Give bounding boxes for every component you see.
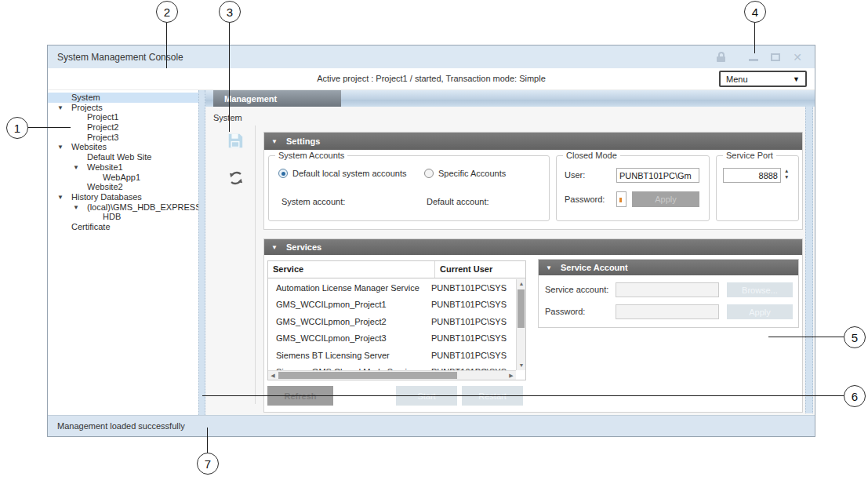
service-account-password-label: Password: xyxy=(545,307,585,316)
service-account-section: ▼ Service Account Service account: Brows… xyxy=(538,259,799,328)
tree-item-label: Certificate xyxy=(71,222,111,232)
callout-1: 1 xyxy=(6,117,28,139)
menu-dropdown[interactable]: Menu ▼ xyxy=(719,71,807,87)
scrollbar-thumb[interactable] xyxy=(278,372,457,379)
table-row[interactable]: Automation License Manager ServicePUNBT1… xyxy=(268,279,516,297)
tree-item-label: (local)\GMS_HDB_EXPRESS xyxy=(87,202,198,213)
tree-item-label: WebApp1 xyxy=(103,173,140,183)
tab-management[interactable]: Management xyxy=(213,90,341,107)
toolbar: Active project : Project1 / started, Tra… xyxy=(48,68,815,90)
settings-header-label: Settings xyxy=(286,136,320,146)
service-account-header-label: Service Account xyxy=(561,263,628,272)
close-button[interactable]: ✕ xyxy=(793,53,802,62)
apply-button[interactable]: Apply xyxy=(632,191,699,207)
callout-7: 7 xyxy=(197,453,219,475)
scrollbar-thumb[interactable] xyxy=(518,289,525,328)
tree-item[interactable]: Project3 xyxy=(48,133,198,143)
scroll-left-icon[interactable]: ◀ xyxy=(268,371,278,380)
tree-item[interactable]: Certificate xyxy=(48,222,198,232)
lock-icon xyxy=(717,52,725,62)
tree-splitter[interactable] xyxy=(198,90,205,415)
table-row[interactable]: GMS_WCCILpmon_Project3PUNBT101PC\SYS xyxy=(268,330,516,348)
callout-line-6 xyxy=(202,395,844,396)
tree-item[interactable]: Project1 xyxy=(48,112,198,122)
table-row[interactable]: Siemens BT Licensing ServerPUNBT101PC\SY… xyxy=(268,347,516,364)
spinner-up-icon[interactable]: ▲ xyxy=(784,168,789,173)
radio-label: Specific Accounts xyxy=(438,169,506,178)
service-account-input[interactable] xyxy=(616,282,719,297)
navigation-tree[interactable]: System▼ProjectsProject1Project2Project3▼… xyxy=(48,90,198,415)
tree-item[interactable]: System xyxy=(48,93,198,103)
user-label: User: xyxy=(565,170,585,180)
tree-item[interactable]: Website2 xyxy=(48,182,198,192)
tree-item-label: Default Web Site xyxy=(87,152,151,162)
tree-item[interactable]: ▼History Databases xyxy=(48,192,198,202)
current-user-cell: PUNBT101PC\SYS xyxy=(430,317,516,326)
tree-item-label: Website2 xyxy=(87,182,123,192)
service-port-spinner[interactable]: ▲ ▼ xyxy=(784,168,789,180)
groupbox-title: Service Port xyxy=(723,151,776,160)
callout-line-7 xyxy=(207,428,208,453)
collapse-icon[interactable]: ▼ xyxy=(546,264,552,271)
service-port-input[interactable] xyxy=(723,168,781,183)
service-account-password-input[interactable] xyxy=(616,304,719,319)
save-icon[interactable] xyxy=(227,132,244,149)
service-name-cell: Automation License Manager Service xyxy=(268,283,430,293)
content-area: System xyxy=(205,107,815,415)
tree-item-label: Project3 xyxy=(87,133,118,143)
radio-icon[interactable] xyxy=(424,169,434,178)
horizontal-scrollbar[interactable]: ◀ ▶ xyxy=(268,370,516,380)
collapse-icon[interactable]: ▼ xyxy=(271,138,278,145)
tree-item[interactable]: WebApp1 xyxy=(48,173,198,183)
minimize-button[interactable] xyxy=(749,59,758,61)
tree-item-label: Websites xyxy=(71,142,107,152)
scroll-down-icon[interactable]: ▼ xyxy=(517,361,526,370)
groupbox-title: System Accounts xyxy=(275,151,347,160)
service-account-label: Service account: xyxy=(545,285,608,294)
radio-specific-accounts[interactable]: Specific Accounts xyxy=(424,169,506,178)
menu-dropdown-label: Menu xyxy=(726,75,748,84)
services-header-label: Services xyxy=(286,242,321,252)
table-row[interactable]: GMS_WCCILpmon_Project1PUNBT101PC\SYS xyxy=(268,297,516,314)
radio-default-local-system-accounts[interactable]: Default local system accounts xyxy=(278,169,407,178)
table-row[interactable]: Siemens GMS Closed Mode ServicePUNBT101P… xyxy=(268,364,516,371)
tree-item[interactable]: HDB xyxy=(48,212,198,222)
password-input[interactable] xyxy=(616,191,626,207)
tree-item[interactable]: ▼(local)\GMS_HDB_EXPRESS xyxy=(48,202,198,213)
service-account-header[interactable]: ▼ Service Account xyxy=(539,260,798,275)
settings-section: ▼ Settings System Accounts Default local… xyxy=(263,132,803,230)
tree-item[interactable]: ▼Website1 xyxy=(48,162,198,173)
user-input[interactable] xyxy=(616,168,699,183)
tree-item-label: System xyxy=(71,93,100,103)
collapse-icon[interactable]: ▼ xyxy=(271,244,278,251)
scroll-up-icon[interactable]: ▲ xyxy=(517,279,526,289)
services-header[interactable]: ▼ Services xyxy=(264,239,802,255)
browse-button[interactable]: Browse... xyxy=(727,282,793,297)
chevron-down-icon: ▼ xyxy=(793,75,800,83)
callout-5: 5 xyxy=(844,326,866,348)
service-account-apply-button[interactable]: Apply xyxy=(727,304,793,319)
maximize-button[interactable] xyxy=(771,53,780,61)
column-header-current-user[interactable]: Current User xyxy=(434,261,525,278)
window-titlebar[interactable]: System Management Console ✕ xyxy=(48,45,815,68)
scroll-right-icon[interactable]: ▶ xyxy=(507,371,516,380)
tree-item[interactable]: ▼Projects xyxy=(48,103,198,113)
tree-item[interactable]: Default Web Site xyxy=(48,152,198,162)
callout-6: 6 xyxy=(844,385,866,407)
window-title: System Management Console xyxy=(57,52,183,63)
content-scrollbar[interactable] xyxy=(805,107,813,413)
tree-item-label: Projects xyxy=(71,103,103,113)
current-user-cell: PUNBT101PC\SYS xyxy=(430,333,516,343)
spinner-down-icon[interactable]: ▼ xyxy=(784,174,789,180)
table-row[interactable]: GMS_WCCILpmon_Project2PUNBT101PC\SYS xyxy=(268,313,516,330)
refresh-icon[interactable] xyxy=(227,169,245,187)
password-char-mark xyxy=(619,198,622,202)
column-header-service[interactable]: Service xyxy=(268,261,434,278)
vertical-scrollbar[interactable]: ▲ ▼ xyxy=(516,279,525,370)
radio-icon[interactable] xyxy=(278,169,288,178)
main-panel: Management System xyxy=(205,90,815,415)
tab-bar: Management xyxy=(205,90,815,107)
status-text: Management loaded successfully xyxy=(57,421,185,431)
tree-item[interactable]: ▼Websites xyxy=(48,142,198,152)
settings-header[interactable]: ▼ Settings xyxy=(264,133,802,150)
